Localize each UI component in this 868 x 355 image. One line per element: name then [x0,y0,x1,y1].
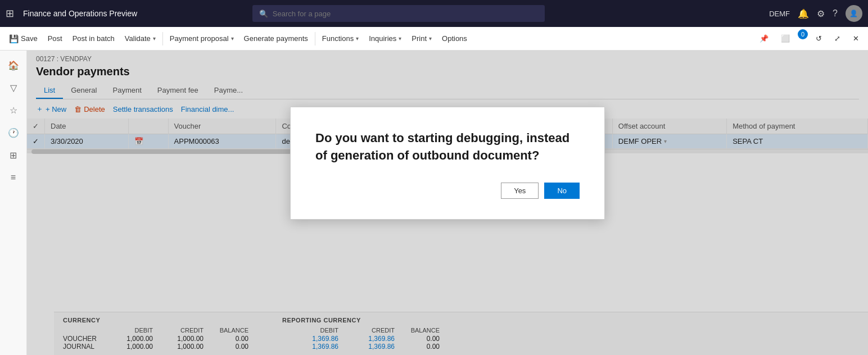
notification-icon[interactable]: 🔔 [798,8,809,19]
pin-icon[interactable]: 📌 [755,29,773,48]
functions-button[interactable]: Functions ▾ [318,29,363,48]
sidebar-item-home[interactable]: 🏠 [3,55,24,75]
close-icon[interactable]: ✕ [848,29,864,48]
avatar[interactable]: 👤 [846,5,862,22]
post-in-batch-button[interactable]: Post in batch [68,29,119,48]
sidebar-item-filter[interactable]: ▽ [3,78,24,98]
chevron-down-icon: ▾ [356,35,359,42]
validate-button[interactable]: Validate ▾ [120,29,160,48]
chevron-down-icon: ▾ [429,35,432,42]
chevron-down-icon: ▾ [153,35,156,42]
save-icon: 💾 [9,34,19,43]
main-layout: 🏠 ▽ ☆ 🕐 ⊞ ≡ 00127 : VENDPAY Vendor payme… [0,51,868,355]
debug-dialog: Do you want to starting debugging, inste… [290,107,605,220]
badge-count: 0 [798,29,808,39]
user-label: DEMF [769,10,790,18]
print-button[interactable]: Print ▾ [407,29,436,48]
fullscreen-icon[interactable]: ⤢ [830,29,845,48]
yes-button[interactable]: Yes [501,183,539,199]
toolbar-separator-2 [315,32,315,45]
refresh-icon[interactable]: ↺ [811,29,826,48]
toolbar-separator [162,32,163,45]
options-button[interactable]: Options [437,29,472,48]
chevron-down-icon: ▾ [399,35,401,42]
sidebar-item-clock[interactable]: 🕐 [3,122,24,143]
help-icon[interactable]: ? [833,8,838,19]
sidebar-item-list[interactable]: ≡ [3,167,24,188]
expand-icon[interactable]: ⬜ [776,29,794,48]
sidebar-item-star[interactable]: ☆ [3,100,24,120]
inquiries-button[interactable]: Inquiries ▾ [364,29,406,48]
grid-icon[interactable]: ⊞ [6,7,14,20]
sidebar-item-grid[interactable]: ⊞ [3,145,24,165]
search-bar[interactable]: 🔍 [252,5,545,22]
generate-payments-button[interactable]: Generate payments [239,29,313,48]
no-button[interactable]: No [544,183,580,199]
search-icon: 🔍 [259,10,268,18]
app-title: Finance and Operations Preview [23,9,137,18]
modal-overlay: Do you want to starting debugging, inste… [27,51,868,355]
gear-icon[interactable]: ⚙ [817,8,825,19]
post-button[interactable]: Post [43,29,67,48]
save-button[interactable]: 💾 Save [4,29,42,48]
nav-right: DEMF 🔔 ⚙ ? 👤 [769,5,862,22]
dialog-buttons: Yes No [315,183,580,199]
sidebar: 🏠 ▽ ☆ 🕐 ⊞ ≡ [0,51,27,355]
chevron-down-icon: ▾ [231,35,234,42]
payment-proposal-button[interactable]: Payment proposal ▾ [165,29,238,48]
content-area: 00127 : VENDPAY Vendor payments List Gen… [27,51,868,355]
dialog-question: Do you want to starting debugging, inste… [315,130,580,165]
toolbar: 💾 Save Post Post in batch Validate ▾ Pay… [0,27,868,51]
search-input[interactable] [273,10,538,18]
top-nav: ⊞ Finance and Operations Preview 🔍 DEMF … [0,0,868,27]
